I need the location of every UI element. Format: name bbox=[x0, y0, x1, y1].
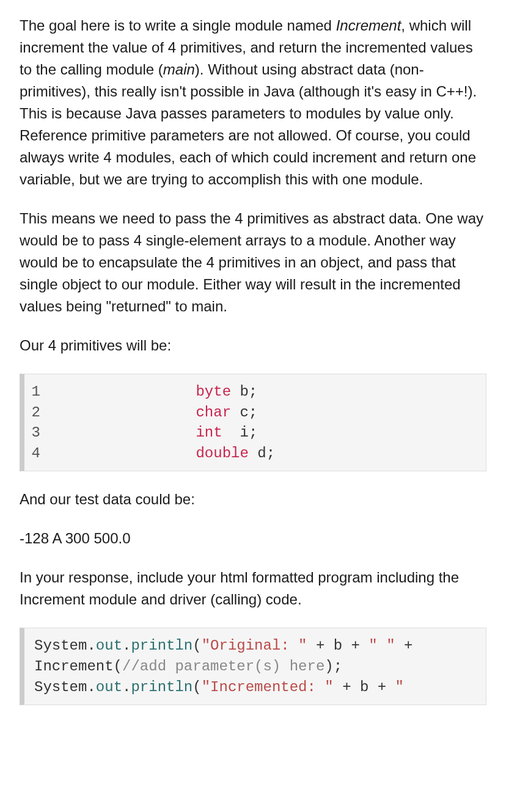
code-line: System.out.println("Incremented: " + b +… bbox=[34, 677, 486, 698]
line-number: 3 bbox=[24, 422, 55, 443]
paragraph-5-testdata: -128 A 300 500.0 bbox=[20, 527, 486, 549]
text: The goal here is to write a single modul… bbox=[20, 17, 336, 34]
code-content: double d; bbox=[55, 443, 486, 464]
line-number: 2 bbox=[24, 402, 55, 423]
em-main: main bbox=[163, 61, 195, 78]
code-content: char c; bbox=[55, 402, 486, 423]
paragraph-4: And our test data could be: bbox=[20, 488, 486, 510]
text: ). Without using abstract data (non-prim… bbox=[20, 61, 477, 187]
paragraph-2: This means we need to pass the 4 primiti… bbox=[20, 208, 486, 317]
paragraph-6: In your response, include your html form… bbox=[20, 567, 486, 611]
code-content: Increment(//add parameter(s) here); bbox=[34, 656, 486, 677]
paragraph-3: Our 4 primitives will be: bbox=[20, 335, 486, 357]
em-increment: Increment bbox=[336, 17, 402, 34]
code-line: 1 byte b; bbox=[24, 382, 486, 402]
code-line: 3 int i; bbox=[24, 422, 486, 443]
line-number: 4 bbox=[24, 443, 55, 464]
code-content: System.out.println("Incremented: " + b +… bbox=[34, 677, 486, 698]
code-line: Increment(//add parameter(s) here); bbox=[34, 656, 486, 677]
line-number: 1 bbox=[24, 382, 55, 402]
code-block-primitives: 1 byte b; 2 char c; 3 int i; 4 double d; bbox=[20, 374, 486, 471]
code-line: 4 double d; bbox=[24, 443, 486, 464]
code-content: int i; bbox=[55, 422, 486, 443]
paragraph-1: The goal here is to write a single modul… bbox=[20, 15, 486, 190]
code-block-driver: System.out.println("Original: " + b + " … bbox=[20, 628, 486, 705]
code-line: 2 char c; bbox=[24, 402, 486, 423]
code-content: byte b; bbox=[55, 382, 486, 402]
code-content: System.out.println("Original: " + b + " … bbox=[34, 636, 486, 656]
code-line: System.out.println("Original: " + b + " … bbox=[34, 636, 486, 656]
